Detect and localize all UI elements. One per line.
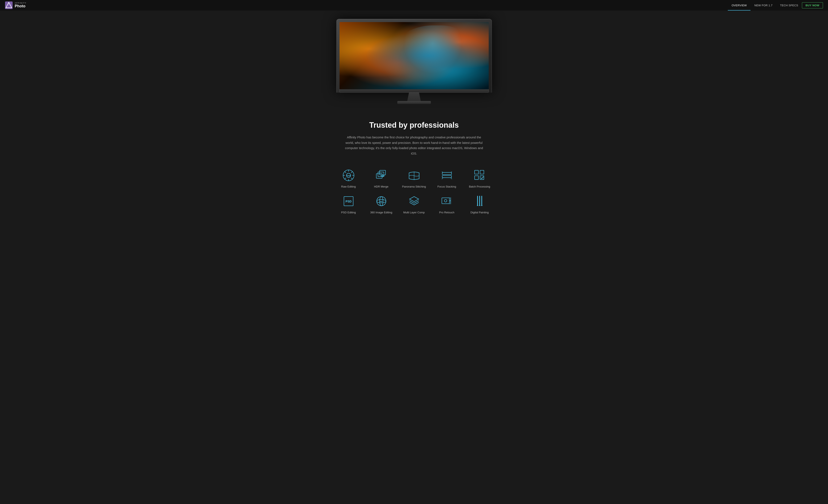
trusted-description: Affinity Photo has become the first choi… [343, 135, 486, 156]
features-section: RAW Raw Editing HDR HDR Merge Panorama S… [320, 160, 509, 233]
svg-line-10 [351, 172, 352, 173]
feature-digital-painting[interactable]: Digital Painting [463, 194, 496, 214]
multi-layer-label: Multi Layer Comp [403, 211, 425, 214]
feature-panorama[interactable]: Panorama Stitching [398, 169, 430, 188]
feature-pro-retouch[interactable]: Pro Retouch [430, 194, 463, 214]
feature-psd-editing[interactable]: PSD PSD Editing [332, 194, 365, 214]
raw-editing-icon: RAW [342, 169, 355, 182]
buy-now-button[interactable]: BUY NOW [802, 2, 823, 8]
monitor-chin [339, 89, 489, 93]
svg-rect-20 [442, 176, 452, 178]
feature-batch-processing[interactable]: Batch Processing [463, 169, 496, 188]
svg-line-9 [351, 178, 352, 179]
monitor-neck [406, 93, 422, 101]
pro-retouch-label: Pro Retouch [439, 211, 454, 214]
svg-rect-19 [442, 172, 452, 175]
feature-360-editing[interactable]: 360° 360 Image Editing [365, 194, 398, 214]
monitor-base [397, 101, 431, 104]
hdr-merge-label: HDR Merge [374, 185, 388, 188]
psd-editing-label: PSD Editing [341, 211, 356, 214]
navbar: AFFINITY Photo OVERVIEW NEW FOR 1.7 TECH… [0, 0, 828, 10]
multi-layer-icon [407, 194, 421, 208]
panorama-label: Panorama Stitching [402, 185, 426, 188]
svg-text:360°: 360° [379, 200, 383, 202]
monitor-screen [339, 22, 489, 89]
features-row-2: PSD PSD Editing 360° 360 Image Editing M… [332, 194, 496, 214]
logo-text: AFFINITY Photo [15, 2, 27, 8]
feature-hdr-merge[interactable]: HDR HDR Merge [365, 169, 398, 188]
feature-multi-layer[interactable]: Multi Layer Comp [398, 194, 430, 214]
pro-retouch-icon [440, 194, 454, 208]
feature-focus-stacking[interactable]: Focus Stacking [430, 169, 463, 188]
svg-point-37 [444, 199, 447, 202]
svg-rect-16 [380, 170, 385, 175]
raw-editing-label: Raw Editing [341, 185, 356, 188]
focus-stacking-label: Focus Stacking [438, 185, 456, 188]
logo-photo-text: Photo [15, 4, 27, 8]
svg-text:RAW: RAW [346, 175, 350, 177]
svg-text:PSD: PSD [345, 200, 351, 203]
svg-line-24 [451, 178, 452, 179]
nav-link-techspecs[interactable]: TECH SPECS [776, 0, 802, 10]
nav-link-new17[interactable]: NEW FOR 1.7 [750, 0, 776, 10]
hero-section [0, 10, 828, 110]
trusted-title: Trusted by professionals [334, 121, 494, 130]
batch-processing-icon [473, 169, 486, 182]
svg-line-8 [345, 172, 346, 173]
svg-line-23 [442, 178, 443, 179]
svg-rect-28 [480, 176, 484, 180]
svg-rect-36 [442, 198, 449, 204]
digital-painting-icon [473, 194, 486, 208]
hdr-merge-icon: HDR [375, 169, 388, 182]
focus-stacking-icon [440, 169, 454, 182]
panorama-stitching-icon [407, 169, 421, 182]
digital-painting-label: Digital Painting [470, 211, 489, 214]
monitor-outer [336, 19, 492, 93]
svg-rect-27 [474, 176, 479, 180]
svg-marker-35 [410, 196, 419, 201]
svg-rect-25 [474, 170, 479, 174]
svg-rect-26 [480, 170, 484, 174]
nav-logo[interactable]: AFFINITY Photo [5, 1, 27, 9]
trusted-section: Trusted by professionals Affinity Photo … [330, 110, 498, 160]
feature-raw-editing[interactable]: RAW Raw Editing [332, 169, 365, 188]
batch-processing-label: Batch Processing [469, 185, 490, 188]
features-row-1: RAW Raw Editing HDR HDR Merge Panorama S… [332, 169, 496, 188]
monitor [336, 19, 492, 104]
nav-links: OVERVIEW NEW FOR 1.7 TECH SPECS BUY NOW [728, 0, 823, 10]
nav-link-overview[interactable]: OVERVIEW [728, 0, 750, 10]
svg-line-11 [345, 178, 346, 179]
psd-editing-icon: PSD [342, 194, 355, 208]
affinity-logo-icon [5, 1, 13, 9]
screen-person-overlay [391, 26, 474, 86]
360-editing-label: 360 Image Editing [370, 211, 392, 214]
svg-text:HDR: HDR [381, 175, 384, 177]
360-editing-icon: 360° [375, 194, 388, 208]
